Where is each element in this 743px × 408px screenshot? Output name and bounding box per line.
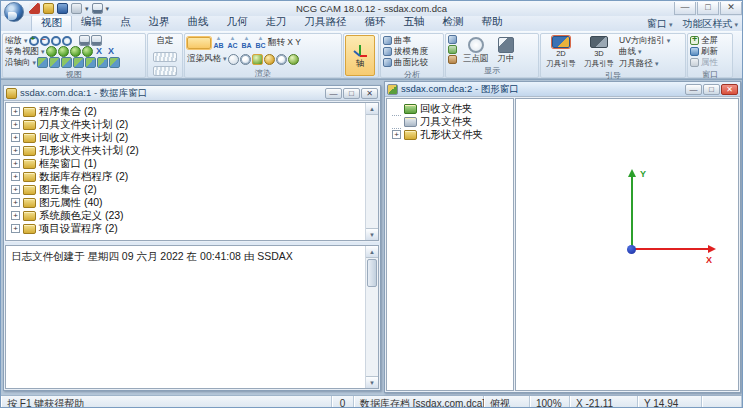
- ribbon-tab[interactable]: 走刀: [257, 14, 296, 31]
- axis-view-icon-3[interactable]: [61, 57, 72, 68]
- axis-view-icon-2[interactable]: [49, 57, 60, 68]
- zoom-in-icon[interactable]: [29, 36, 39, 46]
- graphics-maximize-button[interactable]: □: [703, 84, 720, 95]
- maximize-button[interactable]: □: [697, 2, 719, 15]
- three-point-circle-button[interactable]: 三点圆: [460, 35, 492, 64]
- expand-icon[interactable]: +: [392, 130, 401, 139]
- tree-row[interactable]: + 程序集合 (2): [6, 105, 378, 118]
- expand-icon[interactable]: +: [11, 185, 20, 194]
- view-ab-icon[interactable]: AB: [212, 36, 225, 51]
- render-textured-icon[interactable]: [288, 54, 299, 65]
- tool-center-button[interactable]: 刀中: [495, 35, 518, 64]
- expand-icon[interactable]: +: [11, 107, 20, 116]
- app-logo-icon[interactable]: [4, 2, 24, 22]
- expand-icon[interactable]: +: [392, 117, 401, 126]
- print-icon[interactable]: [71, 3, 82, 14]
- lock-icon[interactable]: [43, 3, 54, 14]
- tree-row[interactable]: + 刀具文件夹计划 (2): [6, 118, 378, 131]
- log-scrollbar[interactable]: ▲ ▼: [365, 246, 378, 388]
- tree-row[interactable]: + 刀具文件夹: [387, 115, 513, 128]
- log-scroll-up-icon[interactable]: ▲: [366, 246, 378, 258]
- close-button[interactable]: ✕: [720, 2, 742, 15]
- ribbon-tab[interactable]: 点: [111, 14, 140, 31]
- axis-view-icon-6[interactable]: [97, 57, 108, 68]
- database-minimize-button[interactable]: —: [325, 88, 342, 99]
- expand-icon[interactable]: +: [11, 133, 20, 142]
- graphics-close-button[interactable]: ✕: [721, 84, 738, 95]
- minimize-button[interactable]: —: [674, 2, 696, 15]
- print-dropdown-arrow-icon[interactable]: ▾: [85, 5, 89, 13]
- zoom-out-icon[interactable]: [40, 36, 50, 46]
- flip-xy-button[interactable]: 翻转 X Y: [268, 37, 301, 49]
- display-mini-icon-1[interactable]: [448, 35, 457, 44]
- render-style-dropdown[interactable]: 渲染风格: [187, 53, 227, 65]
- log-scroll-thumb[interactable]: [367, 259, 377, 287]
- ribbon-tab[interactable]: 五轴: [395, 14, 434, 31]
- view-monitor-icon[interactable]: [79, 35, 90, 46]
- expand-icon[interactable]: +: [392, 104, 401, 113]
- properties-button[interactable]: 属性: [690, 57, 718, 68]
- fit-view-icon-1[interactable]: X: [94, 46, 105, 57]
- axis-view-icon-1[interactable]: [37, 57, 48, 68]
- tree-row[interactable]: + 数据库存档程序 (2): [6, 170, 378, 183]
- ribbon-tab[interactable]: 视图: [31, 14, 72, 31]
- axis-view-icon-4[interactable]: [73, 57, 84, 68]
- iso-view-icon-1[interactable]: [46, 46, 57, 57]
- display-mini-icon-2[interactable]: [448, 45, 457, 54]
- graphics-minimize-button[interactable]: —: [685, 84, 702, 95]
- screen-icon[interactable]: [92, 3, 103, 14]
- ribbon-tab[interactable]: 帮助: [473, 14, 512, 31]
- database-tree-scrollbar[interactable]: ▲ ▼: [365, 103, 378, 240]
- zoom-previous-icon[interactable]: [62, 36, 72, 46]
- uv-guide-dropdown[interactable]: UV方向指引: [619, 35, 670, 47]
- custom-swatch-1[interactable]: [153, 52, 177, 62]
- ribbon-tab[interactable]: 边界: [140, 14, 179, 31]
- expand-icon[interactable]: +: [11, 159, 20, 168]
- tree-row[interactable]: + 项目设置程序 (2): [6, 222, 378, 235]
- tree-row[interactable]: + 孔形状文件夹: [387, 128, 513, 141]
- expand-icon[interactable]: +: [11, 120, 20, 129]
- ribbon-tab[interactable]: 循环: [356, 14, 395, 31]
- database-maximize-button[interactable]: □: [343, 88, 360, 99]
- iso-view-icon-3[interactable]: [70, 46, 81, 57]
- expand-icon[interactable]: +: [11, 172, 20, 181]
- guide-3d-button[interactable]: 3D 刀具引导: [581, 35, 617, 69]
- material-swatch[interactable]: [187, 37, 211, 49]
- zoom-window-icon[interactable]: [51, 36, 61, 46]
- analysis-item[interactable]: 曲面比较: [383, 57, 428, 68]
- view-bc-icon[interactable]: BC: [254, 36, 267, 51]
- edit-icon[interactable]: [29, 3, 40, 14]
- tree-row[interactable]: + 图元属性 (40): [6, 196, 378, 209]
- ribbon-tab[interactable]: 几何: [218, 14, 257, 31]
- tree-row[interactable]: + 框架窗口 (1): [6, 157, 378, 170]
- fullscreen-button[interactable]: 全屏: [690, 35, 718, 46]
- curve-guide-dropdown[interactable]: 曲线: [619, 46, 642, 58]
- render-wireframe-icon[interactable]: [228, 54, 239, 65]
- expand-icon[interactable]: +: [11, 198, 20, 207]
- ribbon-style-menu[interactable]: 功能区样式: [682, 17, 738, 31]
- expand-icon[interactable]: +: [11, 224, 20, 233]
- view-monitor2-icon[interactable]: [91, 35, 102, 46]
- database-close-button[interactable]: ✕: [361, 88, 378, 99]
- expand-icon[interactable]: +: [11, 146, 20, 155]
- axis-view-icon-5[interactable]: [85, 57, 96, 68]
- custom-button[interactable]: 自定: [157, 35, 174, 47]
- view-ac-icon[interactable]: AC: [226, 36, 239, 51]
- render-shaded-icon[interactable]: [252, 54, 263, 65]
- log-scroll-down-icon[interactable]: ▼: [366, 376, 378, 388]
- guide-2d-button[interactable]: 2D 刀具引导: [543, 35, 579, 69]
- database-window-titlebar[interactable]: ssdax.com.dca:1 - 数据库窗口 — □ ✕: [4, 86, 380, 101]
- ribbon-tab[interactable]: 编辑: [72, 14, 111, 31]
- analysis-item[interactable]: 拔模角度: [383, 46, 428, 57]
- render-translucent-icon[interactable]: [276, 54, 287, 65]
- render-shaded-edges-icon[interactable]: [264, 54, 275, 65]
- render-hidden-line-icon[interactable]: [240, 54, 251, 65]
- graphics-canvas[interactable]: Y X: [515, 98, 739, 391]
- scroll-up-icon[interactable]: ▲: [366, 103, 378, 115]
- display-mini-icon-3[interactable]: [448, 55, 457, 64]
- ribbon-tab[interactable]: 刀具路径: [296, 14, 356, 31]
- axis-view-icon-7[interactable]: [109, 57, 120, 68]
- analysis-item[interactable]: 曲率: [383, 35, 428, 46]
- iso-view-icon-2[interactable]: [58, 46, 69, 57]
- refresh-button[interactable]: 刷新: [690, 46, 718, 57]
